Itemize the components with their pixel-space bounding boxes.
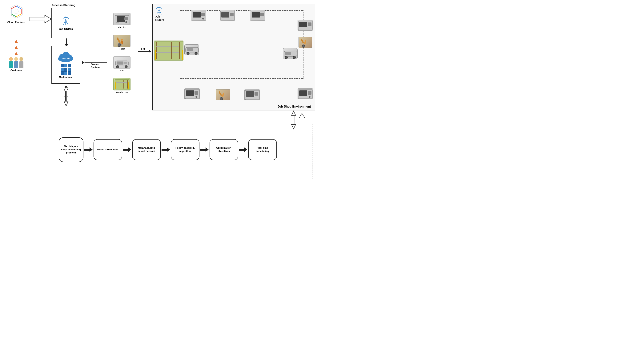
js-robot-right: [299, 37, 312, 48]
svg-rect-87: [186, 90, 194, 96]
svg-rect-19: [116, 22, 119, 24]
svg-rect-66: [187, 48, 193, 51]
js-agv-mid: [184, 44, 199, 56]
job-orders-box: Job Orders: [52, 8, 80, 38]
js-machine-3: [250, 10, 265, 21]
svg-rect-83: [172, 52, 179, 53]
svg-line-45: [159, 9, 161, 14]
resource-agv: AGV: [113, 56, 131, 72]
flow-node-1: Flexible job-shop scheduling problem: [59, 137, 84, 162]
svg-rect-62: [301, 39, 304, 44]
svg-line-7: [66, 19, 68, 25]
flow-arrow-3-4: [161, 147, 171, 152]
svg-point-28: [125, 66, 128, 68]
js-machine-2: [220, 10, 235, 21]
svg-marker-104: [84, 147, 93, 152]
js-machine-bot-1: [184, 88, 200, 100]
agv-image: [113, 56, 131, 69]
svg-rect-78: [156, 46, 164, 47]
svg-rect-33: [124, 80, 124, 88]
svg-rect-98: [299, 90, 307, 96]
svg-point-67: [187, 52, 189, 55]
customer-label: Customer: [1, 69, 32, 72]
job-shop-job-orders-label: JobOrders: [155, 15, 164, 22]
svg-rect-63: [304, 40, 306, 44]
svg-point-89: [196, 96, 197, 98]
job-machine-box: Job Lists: [52, 46, 80, 84]
job-shop-env-label: Job Shop Environment: [278, 105, 311, 108]
flow-node-6: Real-time scheduling: [248, 139, 277, 160]
svg-rect-42: [128, 82, 129, 89]
svg-rect-40: [124, 85, 127, 85]
resource-warehouse: Warehouse: [113, 78, 131, 94]
svg-rect-39: [124, 82, 127, 82]
machine-label: Machine: [118, 26, 126, 28]
resources-box: Machine Robot: [107, 8, 137, 99]
svg-rect-84: [155, 50, 156, 60]
svg-rect-26: [117, 62, 124, 64]
svg-rect-80: [164, 46, 171, 47]
person-male-1: [14, 57, 18, 68]
person-female: [9, 57, 13, 68]
machine-data-label: Machine data: [59, 76, 72, 78]
iot-label: IoT: [141, 48, 145, 51]
svg-rect-38: [120, 85, 124, 85]
svg-rect-54: [230, 13, 234, 16]
google-cloud-icon: [9, 4, 24, 19]
main-diagram: Cloud Platform Process Planning Job Orde…: [0, 0, 317, 182]
svg-point-71: [285, 56, 288, 59]
job-shop-antenna-icon: [155, 6, 163, 16]
svg-marker-114: [291, 124, 296, 129]
svg-rect-76: [171, 42, 172, 59]
svg-rect-60: [308, 22, 311, 26]
svg-rect-36: [116, 85, 120, 85]
flow-arrow-4-5: [200, 147, 210, 152]
svg-point-64: [302, 45, 305, 48]
svg-rect-35: [116, 82, 120, 82]
svg-rect-23: [121, 41, 123, 44]
svg-rect-91: [219, 91, 222, 96]
process-planning-label: Process Planning: [52, 4, 76, 7]
cloud-platform-label: Cloud Platform: [4, 21, 29, 24]
flow-node-2: Model formulation: [94, 139, 122, 160]
right-bidirectional-arrow: [291, 110, 296, 130]
svg-rect-73: [155, 41, 183, 60]
svg-rect-59: [299, 22, 307, 27]
svg-rect-50: [201, 13, 205, 16]
svg-rect-17: [124, 17, 128, 20]
svg-point-93: [220, 98, 223, 100]
robot-label: Robot: [119, 48, 125, 50]
js-agv-right: [283, 48, 298, 59]
svg-text:Job Lists: Job Lists: [62, 58, 70, 60]
machine-data-icon: [61, 64, 71, 75]
js-machine-bot-2: [244, 89, 260, 100]
svg-marker-108: [239, 147, 247, 152]
svg-point-2: [13, 8, 19, 14]
customer-figures: [1, 57, 32, 68]
svg-rect-31: [116, 80, 116, 88]
svg-line-44: [157, 9, 159, 14]
flow-node-5: Optimization objectives: [210, 139, 238, 160]
svg-rect-30: [115, 80, 129, 89]
svg-rect-70: [285, 52, 291, 55]
person-male-2: [19, 57, 24, 68]
svg-point-27: [116, 66, 119, 68]
svg-rect-56: [252, 12, 260, 18]
resource-machine: Machine: [113, 13, 131, 28]
svg-marker-4: [30, 15, 52, 23]
svg-rect-85: [182, 50, 183, 60]
robot-image: [113, 35, 131, 47]
svg-rect-99: [308, 91, 311, 94]
js-machine-bot-3: [298, 88, 313, 100]
flow-container: Flexible job-shop scheduling problem Mod…: [23, 124, 312, 175]
warehouse-label: Warehouse: [116, 91, 128, 94]
customer-section: ▲▲▲ Customer: [1, 38, 32, 72]
js-robot-bot: [216, 89, 230, 100]
svg-rect-110: [66, 91, 67, 101]
resources-to-machine-arrow: [82, 61, 108, 64]
svg-rect-32: [120, 80, 120, 88]
svg-point-72: [293, 56, 296, 59]
svg-line-6: [64, 19, 66, 25]
svg-rect-34: [127, 80, 128, 88]
svg-rect-74: [156, 42, 157, 59]
